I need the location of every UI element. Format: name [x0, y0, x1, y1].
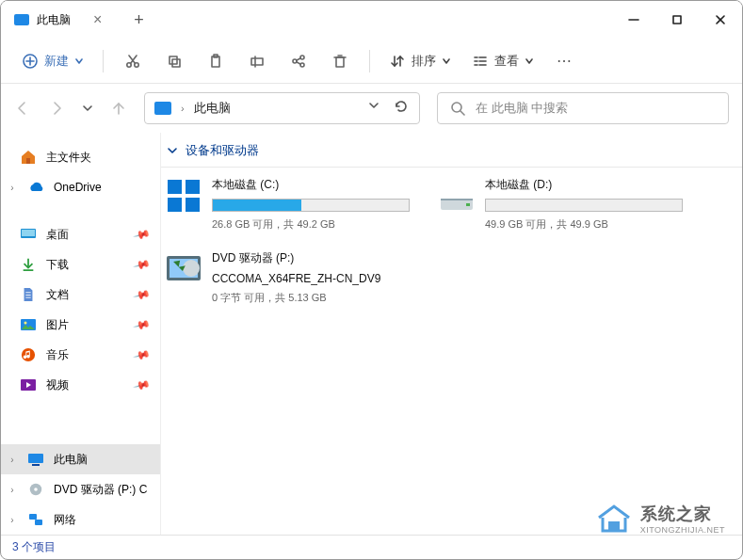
sidebar-item-videos[interactable]: 视频 📌: [1, 370, 160, 400]
svg-rect-45: [28, 454, 43, 463]
svg-rect-57: [466, 203, 470, 206]
more-options-button[interactable]: ⋯: [547, 46, 581, 75]
section-devices-header[interactable]: 设备和驱动器: [161, 133, 742, 168]
sidebar-item-home[interactable]: 主文件夹: [1, 142, 160, 172]
active-tab[interactable]: 此电脑 ×: [1, 1, 115, 39]
svg-rect-21: [336, 57, 344, 67]
sidebar-item-onedrive[interactable]: › OneDrive: [1, 172, 160, 202]
back-button[interactable]: [14, 100, 31, 117]
titlebar: 此电脑 × +: [1, 1, 742, 39]
up-button[interactable]: [110, 100, 127, 117]
sidebar-item-label: 此电脑: [54, 452, 88, 468]
this-pc-icon: [154, 102, 171, 115]
svg-line-34: [460, 111, 464, 115]
svg-rect-38: [25, 292, 30, 293]
dvd-drive-icon: [165, 250, 202, 288]
svg-rect-51: [168, 180, 182, 194]
chevron-right-icon[interactable]: ›: [7, 485, 18, 495]
close-window-button[interactable]: [699, 1, 742, 39]
sidebar-item-this-pc[interactable]: › 此电脑: [1, 444, 160, 474]
drive-item-dvd[interactable]: DVD 驱动器 (P:) CCCOMA_X64FRE_ZH-CN_DV9 0 字…: [165, 250, 447, 305]
svg-point-60: [183, 260, 200, 277]
drive-usage-fill: [213, 200, 301, 211]
sidebar-item-label: 视频: [46, 377, 69, 393]
navigation-row: › 此电脑 在 此电脑 中搜索: [1, 84, 742, 133]
sidebar-item-label: 文档: [46, 287, 69, 303]
chevron-right-icon[interactable]: ›: [7, 183, 18, 193]
pin-icon: 📌: [133, 345, 152, 364]
drive-item-d[interactable]: 本地磁盘 (D:) 49.9 GB 可用，共 49.9 GB: [438, 177, 683, 232]
sidebar-item-network[interactable]: › 网络: [1, 504, 160, 535]
section-title: 设备和驱动器: [186, 142, 259, 159]
drive-c-icon: [165, 177, 202, 215]
toolbar: 新建 排序 查看 ⋯: [1, 39, 742, 84]
breadcrumb-path[interactable]: 此电脑: [194, 100, 231, 117]
drive-usage-bar: [212, 199, 410, 212]
sidebar-item-label: 网络: [54, 512, 76, 528]
drives-grid: 本地磁盘 (C:) 26.8 GB 可用，共 49.2 GB: [161, 168, 742, 314]
onedrive-icon: [27, 179, 44, 196]
toolbar-separator: [103, 50, 104, 72]
pin-icon: 📌: [133, 315, 152, 334]
search-placeholder: 在 此电脑 中搜索: [476, 100, 568, 117]
view-button[interactable]: 查看: [464, 47, 541, 75]
sidebar-item-desktop[interactable]: 桌面 📌: [1, 219, 160, 249]
svg-line-20: [297, 61, 301, 63]
sidebar-item-label: OneDrive: [54, 181, 102, 194]
chevron-right-icon[interactable]: ›: [7, 455, 18, 465]
status-bar: 3 个项目: [1, 535, 742, 559]
svg-rect-56: [441, 199, 473, 200]
paste-button[interactable]: [198, 47, 234, 75]
sort-button[interactable]: 排序: [381, 47, 459, 75]
music-icon: [20, 346, 37, 363]
refresh-button[interactable]: [393, 98, 410, 119]
svg-rect-40: [25, 297, 30, 298]
maximize-button[interactable]: [655, 1, 699, 39]
svg-line-19: [297, 57, 301, 59]
drive-usage-bar: [485, 199, 683, 212]
search-icon: [449, 100, 466, 117]
this-pc-icon: [27, 451, 44, 468]
drive-subtext: 49.9 GB 可用，共 49.9 GB: [485, 217, 683, 232]
new-button[interactable]: 新建: [14, 47, 91, 75]
forward-button[interactable]: [48, 100, 65, 117]
svg-rect-37: [22, 230, 35, 236]
drive-title: 本地磁盘 (D:): [485, 177, 683, 193]
sidebar-item-documents[interactable]: 文档 📌: [1, 280, 160, 310]
svg-rect-35: [26, 158, 30, 164]
chevron-right-icon[interactable]: ›: [7, 515, 18, 525]
copy-button[interactable]: [156, 47, 192, 75]
drive-item-c[interactable]: 本地磁盘 (C:) 26.8 GB 可用，共 49.2 GB: [165, 177, 410, 232]
svg-rect-15: [251, 58, 263, 65]
dvd-icon: [27, 481, 44, 498]
minimize-button[interactable]: [612, 1, 655, 39]
sidebar-item-downloads[interactable]: 下载 📌: [1, 249, 160, 280]
sidebar-item-music[interactable]: 音乐 📌: [1, 340, 160, 370]
sidebar-item-dvd[interactable]: › DVD 驱动器 (P:) C: [1, 474, 160, 504]
this-pc-icon: [14, 14, 29, 25]
svg-point-42: [24, 322, 27, 325]
workspace: 主文件夹 › OneDrive 桌面 📌 下载 📌: [1, 133, 742, 535]
sidebar-item-pictures[interactable]: 图片 📌: [1, 310, 160, 340]
search-box[interactable]: 在 此电脑 中搜索: [437, 92, 729, 124]
share-button[interactable]: [281, 47, 316, 75]
drive-subtext: 0 字节 可用，共 5.13 GB: [212, 291, 447, 305]
cut-button[interactable]: [115, 47, 151, 75]
close-tab-icon[interactable]: ×: [93, 11, 102, 28]
address-dropdown-button[interactable]: [368, 98, 380, 119]
new-tab-button[interactable]: +: [134, 10, 144, 30]
recent-locations-button[interactable]: [82, 103, 93, 114]
new-button-label: 新建: [44, 53, 69, 70]
desktop-icon: [20, 226, 37, 243]
address-bar[interactable]: › 此电脑: [144, 92, 420, 124]
rename-button[interactable]: [239, 47, 275, 75]
downloads-icon: [20, 256, 37, 273]
home-icon: [20, 149, 37, 166]
svg-rect-1: [673, 16, 681, 24]
svg-rect-53: [168, 198, 182, 212]
delete-button[interactable]: [322, 47, 358, 75]
sidebar-item-label: DVD 驱动器 (P:) C: [54, 482, 147, 498]
breadcrumb-chevron-icon[interactable]: ›: [181, 103, 185, 114]
svg-rect-12: [172, 59, 180, 67]
sidebar-item-label: 桌面: [46, 227, 69, 243]
